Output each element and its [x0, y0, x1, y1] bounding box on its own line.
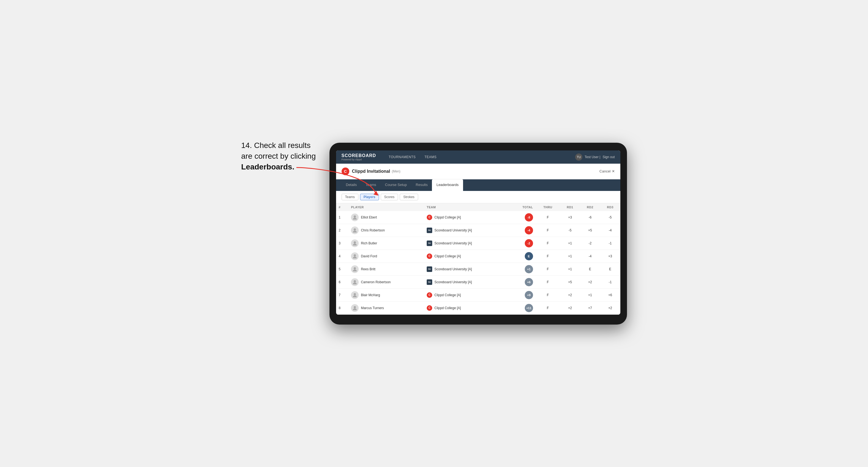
cell-rank: 6 — [336, 276, 348, 288]
cell-rd2: +2 — [580, 276, 600, 288]
tab-leaderboards[interactable]: Leaderboards — [432, 179, 463, 191]
cell-team: SU Scoreboard University [A] — [424, 224, 509, 237]
cell-rd2: -2 — [580, 237, 600, 250]
cell-rd3: +6 — [600, 288, 620, 302]
col-rank: # — [336, 203, 348, 211]
cell-player: Cameron Robertson — [348, 276, 424, 288]
total-badge: -2 — [525, 239, 533, 247]
table-header-row: # PLAYER TEAM TOTAL THRU RD1 RD2 RD3 — [336, 203, 620, 211]
nav-tournaments[interactable]: TOURNAMENTS — [384, 150, 420, 164]
col-thru: THRU — [536, 203, 560, 211]
tab-results[interactable]: Results — [411, 179, 432, 191]
cell-player: Blair McHarg — [348, 288, 424, 302]
player-name: David Ford — [361, 254, 377, 258]
team-name: Clippd College [A] — [434, 306, 461, 310]
cell-team: SU Scoreboard University [A] — [424, 276, 509, 288]
cell-rd1: +1 — [560, 237, 580, 250]
col-rd1: RD1 — [560, 203, 580, 211]
tab-course-setup[interactable]: Course Setup — [381, 179, 411, 191]
cell-rd2: -6 — [580, 211, 600, 224]
cell-rank: 7 — [336, 288, 348, 302]
total-badge: +9 — [525, 291, 533, 299]
svg-point-4 — [354, 254, 356, 256]
cell-total: -4 — [509, 224, 535, 237]
nav-teams[interactable]: TEAMS — [420, 150, 441, 164]
total-badge: -4 — [525, 226, 533, 235]
cell-player: Rees Britt — [348, 262, 424, 276]
team-logo-scoreboard: SU — [427, 241, 432, 246]
team-name: Scoreboard University [A] — [434, 228, 472, 232]
logo-title: SCOREBOARD — [342, 153, 376, 158]
page-container: 14. Check all results are correct by cli… — [241, 143, 627, 324]
player-name: Chris Robertson — [361, 228, 385, 232]
player-name: Rees Britt — [361, 267, 375, 271]
svg-point-8 — [354, 306, 356, 308]
cell-rd2: -4 — [580, 250, 600, 262]
player-avatar — [351, 265, 359, 273]
col-team: TEAM — [424, 203, 509, 211]
cell-thru: F — [536, 262, 560, 276]
filter-scores[interactable]: Scores — [381, 194, 398, 200]
table-row: 6 Cameron Robertson SU Scoreboard Univer… — [336, 276, 620, 288]
filter-strokes[interactable]: Strokes — [400, 194, 418, 200]
player-name: Cameron Robertson — [361, 280, 391, 284]
nav-links: TOURNAMENTS TEAMS — [384, 150, 575, 164]
instruction-line2: are correct by clicking — [241, 152, 316, 160]
cell-rd1: +3 — [560, 211, 580, 224]
cell-team: SU Scoreboard University [A] — [424, 237, 509, 250]
cell-thru: F — [536, 276, 560, 288]
user-avatar: TU — [575, 153, 582, 161]
cell-thru: F — [536, 237, 560, 250]
cell-rank: 1 — [336, 211, 348, 224]
team-name: Clippd College [A] — [434, 254, 461, 258]
cell-thru: F — [536, 302, 560, 314]
col-rd2: RD2 — [580, 203, 600, 211]
player-name: Blair McHarg — [361, 293, 380, 297]
player-avatar — [351, 226, 359, 234]
player-avatar — [351, 240, 359, 247]
table-row: 3 Rich Butler SU Scoreboard University [… — [336, 237, 620, 250]
team-name: Scoreboard University [A] — [434, 280, 472, 284]
cell-rd1: +5 — [560, 276, 580, 288]
svg-point-1 — [354, 215, 356, 218]
cell-player: Elliot Ebert — [348, 211, 424, 224]
cell-rd2: E — [580, 262, 600, 276]
cell-total: -2 — [509, 237, 535, 250]
cell-total: +11 — [509, 302, 535, 314]
total-badge: +6 — [525, 278, 533, 286]
cell-team: SU Scoreboard University [A] — [424, 262, 509, 276]
cell-team: C Clippd College [A] — [424, 288, 509, 302]
cell-rank: 4 — [336, 250, 348, 262]
player-avatar — [351, 304, 359, 312]
instruction-line1: 14. Check all results — [241, 141, 311, 150]
cell-rd3: -4 — [600, 224, 620, 237]
cell-rd1: +1 — [560, 250, 580, 262]
table-row: 7 Blair McHarg C Clippd College [A] +9 F… — [336, 288, 620, 302]
app-logo: SCOREBOARD Powered by clippd — [342, 153, 376, 161]
cell-total: -8 — [509, 211, 535, 224]
cell-thru: F — [536, 250, 560, 262]
total-badge: -8 — [525, 213, 533, 221]
team-name: Scoreboard University [A] — [434, 241, 472, 245]
cell-total: +1 — [509, 262, 535, 276]
table-row: 2 Chris Robertson SU Scoreboard Universi… — [336, 224, 620, 237]
team-logo-scoreboard: SU — [427, 279, 432, 285]
cell-rd3: -1 — [600, 276, 620, 288]
cell-rank: 2 — [336, 224, 348, 237]
cell-player: David Ford — [348, 250, 424, 262]
cell-rd1: +2 — [560, 288, 580, 302]
signout-link[interactable]: Sign out — [602, 155, 615, 159]
arrow-indicator — [293, 165, 382, 200]
cell-team: C Clippd College [A] — [424, 211, 509, 224]
user-label: Test User | — [585, 155, 600, 159]
table-row: 5 Rees Britt SU Scoreboard University [A… — [336, 262, 620, 276]
team-logo-clippd: C — [427, 215, 432, 220]
cell-rd3: -1 — [600, 237, 620, 250]
svg-marker-0 — [374, 191, 378, 196]
player-name: Elliot Ebert — [361, 215, 377, 219]
svg-point-2 — [354, 228, 356, 230]
cancel-button[interactable]: Cancel ✕ — [599, 169, 615, 173]
team-name: Clippd College [A] — [434, 293, 461, 297]
team-logo-scoreboard: SU — [427, 267, 432, 272]
cell-thru: F — [536, 211, 560, 224]
